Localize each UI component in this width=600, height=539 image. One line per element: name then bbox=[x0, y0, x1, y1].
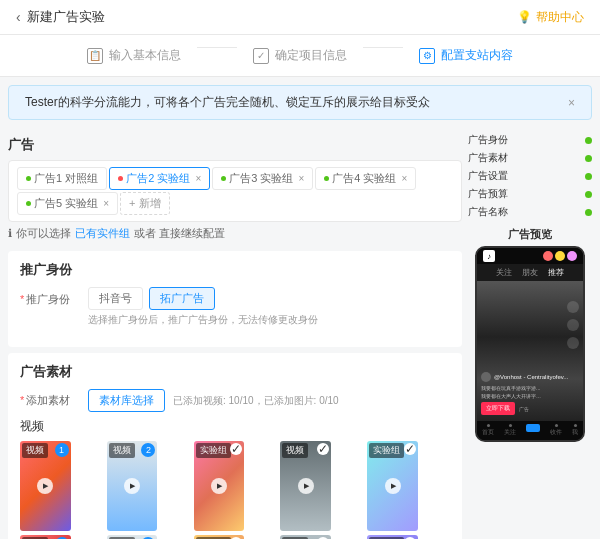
nav-profile-icon bbox=[574, 424, 577, 427]
video-item-4[interactable]: 视频 ✓ bbox=[280, 441, 331, 531]
preview-step-3-label: 广告设置 bbox=[468, 169, 508, 183]
video-badge-4: 视频 bbox=[282, 443, 308, 458]
ad-tab-3-close[interactable]: × bbox=[298, 173, 304, 184]
promotion-hint: 选择推广身份后，推广广告身份，无法传修更改身份 bbox=[88, 313, 450, 327]
phone-cta-button[interactable]: 立即下载 bbox=[481, 402, 515, 415]
ad-tab-1-label: 广告1 对照组 bbox=[34, 171, 98, 186]
tiktok-logo: ♪ bbox=[483, 250, 495, 262]
video-check-4: ✓ bbox=[317, 443, 329, 455]
phone-nav-home[interactable]: 首页 bbox=[482, 424, 494, 437]
step-3-label: 配置支站内容 bbox=[441, 47, 513, 64]
ad-tab-3[interactable]: 广告3 实验组 × bbox=[212, 167, 313, 190]
step-1[interactable]: 📋 输入基本信息 bbox=[71, 47, 197, 64]
ad-tab-4[interactable]: 广告4 实验组 × bbox=[315, 167, 416, 190]
phone-nav-add[interactable] bbox=[526, 424, 540, 437]
preview-step-5: 广告名称 bbox=[468, 203, 592, 221]
nav-home-label: 首页 bbox=[482, 428, 494, 437]
promotion-title: 推广身份 bbox=[20, 261, 450, 279]
video-badge-2: 视频 bbox=[109, 443, 135, 458]
avatar-2 bbox=[555, 251, 565, 261]
warning-suffix: 或者 直接继续配置 bbox=[134, 226, 225, 241]
promotion-option-account[interactable]: 抖音号 bbox=[88, 287, 143, 310]
tab-dot-2 bbox=[118, 176, 123, 181]
video-num-1: 1 bbox=[55, 443, 69, 457]
phone-right-actions bbox=[567, 301, 579, 349]
material-title: 广告素材 bbox=[20, 363, 450, 381]
tab-dot-4 bbox=[324, 176, 329, 181]
preview-step-5-dot bbox=[585, 209, 592, 216]
step-1-icon: 📋 bbox=[87, 48, 103, 64]
back-button[interactable]: ‹ bbox=[16, 9, 21, 25]
video-item-5[interactable]: 实验组 ✓ bbox=[367, 441, 418, 531]
video-badge-3: 实验组 bbox=[196, 443, 231, 458]
comment-icon bbox=[567, 319, 579, 331]
video-item-3[interactable]: 实验组 ✓ bbox=[194, 441, 245, 531]
preview-step-4-dot bbox=[585, 191, 592, 198]
video-item-2[interactable]: 视频 2 bbox=[107, 441, 158, 531]
add-tab-button[interactable]: + 新增 bbox=[120, 192, 169, 215]
page-title: 新建广告实验 bbox=[27, 8, 105, 26]
warning-icon: ℹ bbox=[8, 227, 12, 240]
preview-steps: 广告身份 广告素材 广告设置 广告预算 广告名称 bbox=[468, 131, 592, 221]
notice-close-button[interactable]: × bbox=[568, 96, 575, 110]
video-num-2: 2 bbox=[141, 443, 155, 457]
phone-overlay: @Vonhost - Centralityofev... 我要都在玩真手游戏字游… bbox=[481, 372, 579, 415]
phone-nav-inbox[interactable]: 收件 bbox=[550, 424, 562, 437]
material-select-button[interactable]: 素材库选择 bbox=[88, 389, 165, 412]
step-3[interactable]: ⚙ 配置支站内容 bbox=[403, 47, 529, 64]
like-icon bbox=[567, 301, 579, 313]
phone-nav-profile[interactable]: 我 bbox=[572, 424, 578, 437]
video-item-9[interactable]: 视频 ✓ bbox=[280, 535, 331, 539]
help-label[interactable]: 帮助中心 bbox=[536, 9, 584, 26]
step-divider-2 bbox=[363, 47, 403, 48]
ad-tab-4-close[interactable]: × bbox=[401, 173, 407, 184]
material-label: 添加素材 bbox=[20, 393, 80, 408]
preview-step-2-dot bbox=[585, 155, 592, 162]
phone-tab-follow[interactable]: 关注 bbox=[496, 267, 512, 278]
warning-text: ℹ 你可以选择 已有实件组 或者 直接继续配置 bbox=[8, 222, 462, 245]
preview-title: 广告预览 bbox=[468, 227, 592, 242]
tab-dot-3 bbox=[221, 176, 226, 181]
video-play-5 bbox=[385, 478, 401, 494]
video-item-10[interactable]: 实验组 ✓ bbox=[367, 535, 418, 539]
step-2[interactable]: ✓ 确定项目信息 bbox=[237, 47, 363, 64]
phone-ad-badge: 广告 bbox=[519, 406, 529, 412]
phone-tab-friends[interactable]: 朋友 bbox=[522, 267, 538, 278]
nav-inbox-label: 收件 bbox=[550, 428, 562, 437]
video-grid: 视频 1 视频 2 实验组 ✓ 视频 ✓ bbox=[20, 441, 450, 539]
ad-tab-1[interactable]: 广告1 对照组 bbox=[17, 167, 107, 190]
promotion-option-supplier[interactable]: 拓广广告 bbox=[149, 287, 215, 310]
ad-tab-2[interactable]: 广告2 实验组 × bbox=[109, 167, 210, 190]
nav-add-icon bbox=[526, 424, 540, 432]
phone-avatars bbox=[543, 251, 577, 261]
preview-step-1: 广告身份 bbox=[468, 131, 592, 149]
material-row: 添加素材 素材库选择 已添加视频: 10/10，已添加图片: 0/10 bbox=[20, 389, 450, 412]
help-icon: 💡 bbox=[517, 10, 532, 24]
step-3-icon: ⚙ bbox=[419, 48, 435, 64]
preview-step-2: 广告素材 bbox=[468, 149, 592, 167]
ad-section-title: 广告 bbox=[8, 128, 462, 160]
video-item-8[interactable]: 实验组 ✓ bbox=[194, 535, 245, 539]
phone-tab-recommend[interactable]: 推荐 bbox=[548, 267, 564, 278]
ad-tab-2-close[interactable]: × bbox=[195, 173, 201, 184]
video-item-7[interactable]: 视频 7 bbox=[107, 535, 158, 539]
video-item-6[interactable]: 视频 6 bbox=[20, 535, 71, 539]
video-check-3: ✓ bbox=[230, 443, 242, 455]
warning-link[interactable]: 已有实件组 bbox=[75, 226, 130, 241]
tab-dot-1 bbox=[26, 176, 31, 181]
nav-home-icon bbox=[487, 424, 490, 427]
phone-subdesc: 我要都在大声人大开讲字… bbox=[481, 393, 579, 399]
phone-cta-row: 立即下载 广告 bbox=[481, 402, 579, 415]
ad-tab-5-close[interactable]: × bbox=[103, 198, 109, 209]
phone-user-avatar bbox=[481, 372, 491, 382]
warning-prefix: 你可以选择 bbox=[16, 226, 71, 241]
phone-desc: 我要都在玩真手游戏字游... bbox=[481, 385, 579, 391]
nav-inbox-icon bbox=[555, 424, 558, 427]
ad-tab-5[interactable]: 广告5 实验组 × bbox=[17, 192, 118, 215]
video-item-1[interactable]: 视频 1 bbox=[20, 441, 71, 531]
promotion-label: 推广身份 bbox=[20, 287, 80, 307]
ad-tab-4-label: 广告4 实验组 bbox=[332, 171, 396, 186]
phone-nav-follow[interactable]: 关注 bbox=[504, 424, 516, 437]
nav-follow-label: 关注 bbox=[504, 428, 516, 437]
preview-step-3-dot bbox=[585, 173, 592, 180]
